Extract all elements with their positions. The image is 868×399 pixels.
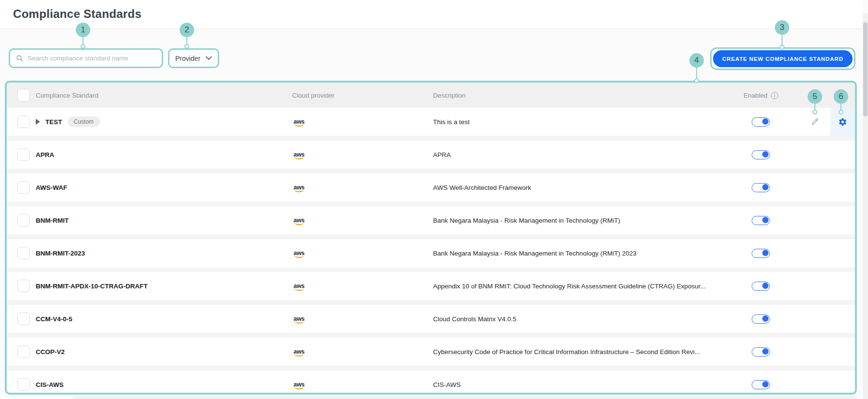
row-checkbox[interactable] — [17, 313, 30, 325]
row-checkbox[interactable] — [17, 378, 30, 391]
aws-logo: aws — [294, 316, 305, 324]
enabled-toggle[interactable] — [752, 117, 770, 127]
row-checkbox[interactable] — [17, 345, 30, 358]
standard-name: AWS-WAF — [36, 184, 67, 191]
compliance-standards-table: Compliance Standard Cloud provider Descr… — [5, 81, 857, 395]
enabled-toggle[interactable] — [752, 249, 770, 258]
aws-smile-icon — [294, 321, 304, 324]
enabled-toggle[interactable] — [752, 282, 770, 291]
search-icon — [16, 55, 23, 62]
enabled-toggle[interactable] — [752, 183, 770, 192]
aws-logo: aws — [294, 185, 305, 192]
table-row: CCM-V4-0-5awsCloud Controls Matrix V4.0.… — [7, 305, 855, 333]
aws-logo: aws — [294, 284, 305, 291]
annotation-5-dot — [812, 110, 817, 114]
row-checkbox[interactable] — [17, 247, 30, 259]
standard-name: BNM-RMIT — [36, 217, 69, 224]
toggle-knob — [762, 184, 769, 190]
edit-pencil-button[interactable] — [811, 117, 819, 126]
expand-arrow-icon[interactable] — [36, 119, 40, 125]
table-row: CIS-AWSawsCIS-AWS — [7, 370, 855, 395]
table-bottom-edge — [72, 396, 857, 399]
row-description: CIS-AWS — [426, 381, 735, 388]
aws-logo: aws — [294, 349, 305, 356]
toggle-knob — [762, 118, 769, 125]
row-description: This is a test — [426, 118, 735, 126]
table-body: TESTCustomawsThis is a testAPRAawsAPRAAW… — [7, 108, 855, 395]
table-row: APRAawsAPRA — [7, 141, 855, 169]
info-icon[interactable]: i — [771, 92, 778, 99]
standard-name: CCM-V4-0-5 — [36, 315, 72, 323]
row-checkbox[interactable] — [17, 181, 30, 194]
settings-gear-button[interactable] — [838, 117, 847, 127]
row-description: Bank Negara Malaysia - Risk Management i… — [426, 217, 735, 224]
annotation-5: 5 — [808, 89, 822, 114]
toggle-knob — [762, 151, 769, 157]
annotation-2: 2 — [180, 23, 194, 49]
enabled-toggle[interactable] — [752, 380, 770, 389]
aws-smile-icon — [294, 189, 304, 192]
row-checkbox[interactable] — [17, 280, 30, 292]
enabled-toggle[interactable] — [752, 314, 770, 324]
provider-filter-highlight: Provider — [168, 48, 219, 68]
annotation-3: 3 — [775, 20, 789, 50]
aws-smile-icon — [294, 354, 304, 356]
standard-name: BNM-RMIT-APDX-10-CTRAG-DRAFT — [36, 283, 148, 290]
standard-name: TEST — [45, 118, 62, 126]
page-title: Compliance Standards — [13, 7, 141, 21]
search-field[interactable] — [13, 52, 159, 65]
create-new-compliance-standard-button[interactable]: CREATE NEW COMPLIANCE STANDARD — [713, 50, 853, 67]
column-header-description: Description — [426, 92, 735, 99]
column-header-enabled: Enabled — [743, 92, 768, 99]
chevron-down-icon — [206, 56, 212, 60]
annotation-1: 1 — [76, 23, 90, 49]
standard-name: CIS-AWS — [36, 381, 64, 388]
toggle-knob — [762, 283, 769, 289]
table-row: CCOP-V2awsCybersecurity Code of Practice… — [7, 338, 855, 366]
select-all-checkbox[interactable] — [17, 89, 30, 101]
annotation-2-number: 2 — [180, 23, 194, 37]
column-header-standard: Compliance Standard — [34, 92, 285, 99]
search-input[interactable] — [28, 55, 156, 62]
vertical-scrollbar[interactable] — [863, 14, 868, 399]
annotation-4-dot — [694, 78, 699, 83]
toggle-knob — [762, 381, 769, 387]
row-description: Appendix 10 of BNM RMIT: Cloud Technolog… — [426, 283, 735, 290]
annotation-2-dot — [184, 44, 189, 49]
toggle-knob — [762, 217, 769, 223]
table-header-row: Compliance Standard Cloud provider Descr… — [7, 83, 855, 108]
table-row: BNM-RMIT-2023awsBank Negara Malaysia - R… — [7, 239, 855, 267]
standard-name: CCOP-V2 — [36, 348, 65, 356]
standard-name: BNM-RMIT-2023 — [36, 250, 85, 257]
toggle-knob — [762, 315, 769, 322]
toggle-knob — [762, 348, 769, 355]
row-description: Cybersecurity Code of Practice for Criti… — [426, 348, 735, 356]
search-field-highlight — [9, 48, 163, 68]
provider-filter-dropdown[interactable]: Provider — [169, 50, 218, 67]
enabled-toggle[interactable] — [752, 216, 770, 225]
annotation-6: 6 — [834, 89, 848, 114]
aws-smile-icon — [294, 222, 304, 225]
row-description: Bank Negara Malaysia - Risk Management i… — [426, 250, 735, 257]
table-row: BNM-RMIT-APDX-10-CTRAG-DRAFTawsAppendix … — [7, 272, 855, 300]
row-checkbox[interactable] — [17, 115, 30, 128]
row-description: Cloud Controls Matrix V4.0.5 — [426, 315, 735, 323]
annotation-4-number: 4 — [689, 53, 704, 68]
row-checkbox[interactable] — [17, 148, 30, 161]
row-description: APRA — [426, 151, 735, 158]
scrollbar-thumb[interactable] — [863, 22, 868, 116]
annotation-3-number: 3 — [775, 20, 789, 35]
row-checkbox[interactable] — [17, 214, 30, 227]
aws-smile-icon — [294, 288, 304, 291]
enabled-toggle[interactable] — [752, 347, 770, 356]
annotation-1-number: 1 — [76, 23, 90, 37]
enabled-toggle[interactable] — [752, 150, 770, 159]
aws-logo: aws — [294, 218, 305, 225]
aws-smile-icon — [294, 255, 304, 258]
table-row: TESTCustomawsThis is a test — [7, 108, 855, 136]
aws-logo: aws — [294, 251, 305, 258]
annotation-4: 4 — [689, 53, 704, 83]
aws-smile-icon — [294, 386, 304, 389]
row-description: AWS Well-Architected Framework — [426, 184, 735, 191]
annotation-1-dot — [81, 44, 85, 49]
